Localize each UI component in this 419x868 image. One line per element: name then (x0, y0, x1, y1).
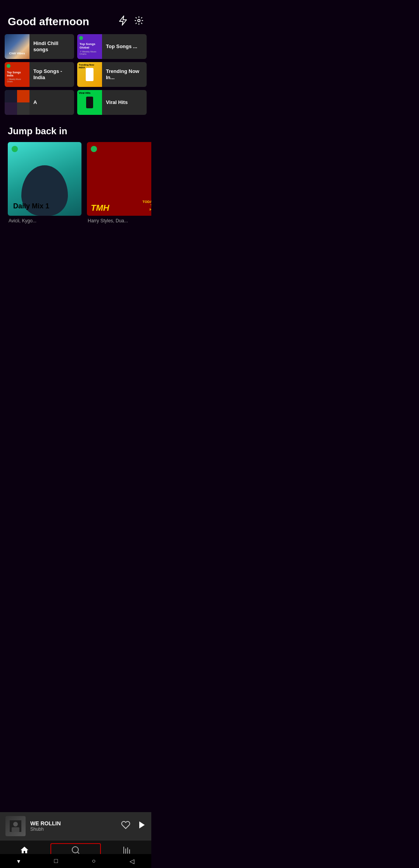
grid-card-image-top-songs-india: Top SongsIndia ↗ Weekly Music Charts (5, 62, 29, 87)
quick-access-grid: Chill Vibes Hindi Chill songs Top SongsG… (0, 34, 151, 115)
grid-card-viral-hits[interactable]: Viral Hits Viral Hits (77, 90, 147, 115)
status-bar (0, 0, 151, 11)
jump-back-in-scroll: Daily Mix 1 Avicii, Kygo... TMH TODAY'ST… (0, 142, 151, 227)
album-card-image-top-hits: TMH TODAY'STOPHITS (87, 142, 151, 216)
album-card-subtitle-daily-mix: Avicii, Kygo... (8, 218, 81, 223)
album-card-image-daily-mix: Daily Mix 1 (8, 142, 81, 216)
album-card-daily-mix[interactable]: Daily Mix 1 Avicii, Kygo... (8, 142, 81, 223)
grid-card-label-viral-hits: Viral Hits (102, 99, 132, 106)
main-content: Good afternoon Chill Vibes (0, 11, 151, 289)
grid-card-image-trending-india: Trending NowINDIA (77, 62, 102, 87)
grid-card-playlist-a[interactable]: A (5, 90, 74, 115)
header-icons (119, 16, 144, 28)
notifications-icon[interactable] (119, 16, 127, 28)
grid-card-top-songs-india[interactable]: Top SongsIndia ↗ Weekly Music Charts Top… (5, 62, 74, 87)
grid-card-label-top-songs-global: Top Songs ... (102, 43, 141, 50)
grid-card-trending-india[interactable]: Trending NowINDIA Trending Now In... (77, 62, 147, 87)
grid-card-label-hindi-chill: Hindi Chill songs (29, 40, 74, 52)
grid-card-image-top-songs-global: Top SongsGlobal ↗ Weekly Music Charts (77, 34, 102, 59)
grid-card-image-playlist-a (5, 90, 29, 115)
grid-card-label-top-songs-india: Top Songs - India (29, 68, 74, 80)
greeting-title: Good afternoon (8, 16, 89, 28)
grid-card-hindi-chill[interactable]: Chill Vibes Hindi Chill songs (5, 34, 74, 59)
grid-card-label-trending-india: Trending Now In... (102, 68, 147, 80)
album-card-subtitle-top-hits: Harry Styles, Dua... (87, 218, 151, 223)
grid-card-label-playlist-a: A (29, 99, 41, 106)
jump-back-in-title: Jump back in (0, 115, 151, 142)
header: Good afternoon (0, 11, 151, 34)
grid-card-image-chill-vibes: Chill Vibes (5, 34, 29, 59)
svg-point-0 (138, 19, 140, 22)
settings-icon[interactable] (134, 16, 144, 28)
album-card-top-hits[interactable]: TMH TODAY'STOPHITS Harry Styles, Dua... (87, 142, 151, 223)
grid-card-top-songs-global[interactable]: Top SongsGlobal ↗ Weekly Music Charts To… (77, 34, 147, 59)
grid-card-image-viral-hits: Viral Hits (77, 90, 102, 115)
